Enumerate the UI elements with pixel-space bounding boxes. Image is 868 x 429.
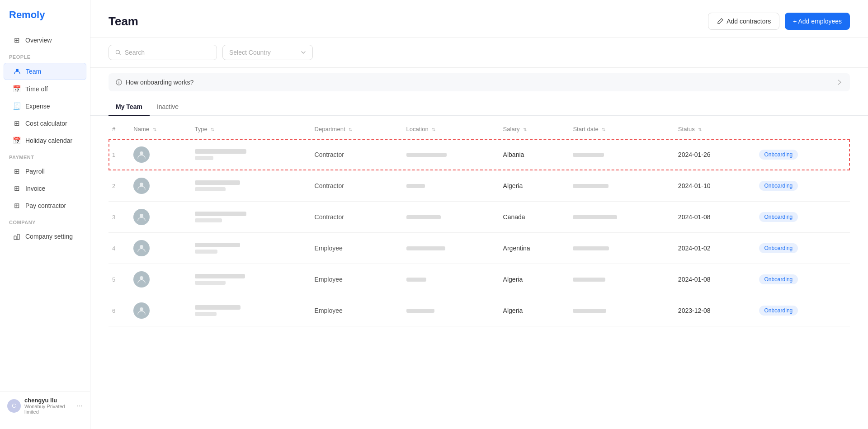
table-row[interactable]: 1 ContractorAlbania2024-01-26Onboarding <box>108 139 850 170</box>
name-line-1 <box>195 149 246 154</box>
name-line-2 <box>195 250 217 254</box>
add-employees-button[interactable]: + Add employees <box>785 13 850 30</box>
dept-cell <box>403 233 500 264</box>
table-row[interactable]: 5 EmployeeAlgeria2024-01-08Onboarding <box>108 264 850 295</box>
info-icon <box>116 79 122 85</box>
invoice-icon: ⊞ <box>13 184 21 193</box>
status-badge: Onboarding <box>759 306 798 316</box>
add-contractors-button[interactable]: Add contractors <box>708 13 779 30</box>
col-department[interactable]: Department ⇅ <box>311 119 403 139</box>
salary-cell <box>569 233 674 264</box>
sidebar-item-company-setting[interactable]: Company setting <box>4 228 86 245</box>
sidebar-item-expense[interactable]: 🧾 Expense <box>4 98 86 114</box>
company-icon <box>13 232 21 240</box>
type-cell: Contractor <box>311 202 403 233</box>
sidebar-pay-contractor-label: Pay contractor <box>25 202 66 209</box>
sidebar-expense-label: Expense <box>25 103 50 110</box>
name-cell <box>191 170 311 202</box>
sidebar-team-label: Team <box>26 68 41 75</box>
row-num: 5 <box>108 264 130 295</box>
status-cell: Onboarding <box>755 295 850 326</box>
dept-blur <box>406 309 434 313</box>
name-cell <box>191 264 311 295</box>
country-select[interactable]: Select Country <box>222 45 313 60</box>
onboarding-banner[interactable]: How onboarding works? <box>108 73 850 91</box>
search-icon <box>115 49 121 56</box>
salary-blur <box>573 215 617 219</box>
name-line-1 <box>195 305 241 310</box>
sidebar-holiday-label: Holiday calendar <box>25 137 72 144</box>
user-company: Wonabuy Privated limited <box>24 404 73 415</box>
sidebar-item-payroll[interactable]: ⊞ Payroll <box>4 163 86 179</box>
col-status[interactable]: Status ⇅ <box>675 119 755 139</box>
salary-cell <box>569 170 674 202</box>
row-num: 2 <box>108 170 130 202</box>
name-line-1 <box>195 212 246 216</box>
sidebar-item-pay-contractor[interactable]: ⊞ Pay contractor <box>4 198 86 214</box>
dept-cell <box>403 202 500 233</box>
chevron-right-icon <box>836 79 843 85</box>
sidebar-item-holiday-calendar[interactable]: 📅 Holiday calendar <box>4 132 86 149</box>
search-input-wrap[interactable] <box>108 45 217 60</box>
svg-point-10 <box>140 276 143 280</box>
type-cell: Employee <box>311 264 403 295</box>
status-badge: Onboarding <box>759 243 798 253</box>
avatar-cell <box>130 264 191 295</box>
sidebar-item-cost-calculator[interactable]: ⊞ Cost calculator <box>4 115 86 132</box>
name-sort-icon: ⇅ <box>153 127 156 132</box>
type-cell: Contractor <box>311 170 403 202</box>
salary-blur <box>573 278 605 282</box>
salary-sort-icon: ⇅ <box>523 127 527 132</box>
sidebar-user: C chengyu liu Wonabuy Privated limited ·… <box>0 391 90 420</box>
avatar <box>133 302 150 319</box>
location-cell: Canada <box>500 202 570 233</box>
salary-cell <box>569 139 674 170</box>
sidebar-item-timeoff[interactable]: 📅 Time off <box>4 81 86 97</box>
table-row[interactable]: 3 ContractorCanada2024-01-08Onboarding <box>108 202 850 233</box>
salary-blur <box>573 184 609 188</box>
location-cell: Albania <box>500 139 570 170</box>
status-badge: Onboarding <box>759 150 798 160</box>
sidebar-item-overview[interactable]: ⊞ Overview <box>4 32 86 48</box>
salary-blur <box>573 153 604 157</box>
timeoff-icon: 📅 <box>13 85 21 93</box>
svg-point-11 <box>140 307 143 311</box>
page-header: Team Add contractors + Add employees <box>90 0 868 38</box>
tab-inactive[interactable]: Inactive <box>150 99 186 116</box>
salary-blur <box>573 246 609 250</box>
status-badge: Onboarding <box>759 181 798 191</box>
start-date-cell: 2024-01-08 <box>675 202 755 233</box>
search-input[interactable] <box>125 49 210 56</box>
col-type[interactable]: Type ⇅ <box>191 119 311 139</box>
dept-cell <box>403 139 500 170</box>
table-row[interactable]: 4 EmployeeArgentina2024-01-02Onboarding <box>108 233 850 264</box>
sidebar-item-invoice[interactable]: ⊞ Invoice <box>4 180 86 197</box>
more-options-button[interactable]: ··· <box>77 402 83 410</box>
row-num: 6 <box>108 295 130 326</box>
dept-cell <box>403 264 500 295</box>
col-salary[interactable]: Salary ⇅ <box>500 119 570 139</box>
team-table: # Name ⇅ Type ⇅ Department ⇅ Location ⇅ … <box>108 119 850 326</box>
filters-bar: Select Country <box>90 38 868 68</box>
type-cell: Contractor <box>311 139 403 170</box>
team-icon <box>13 67 21 75</box>
location-cell: Algeria <box>500 170 570 202</box>
name-cell <box>191 139 311 170</box>
col-name[interactable]: Name ⇅ <box>130 119 191 139</box>
avatar-cell <box>130 295 191 326</box>
status-sort-icon: ⇅ <box>698 127 702 132</box>
svg-point-0 <box>16 69 19 71</box>
col-location[interactable]: Location ⇅ <box>403 119 500 139</box>
tab-my-team[interactable]: My Team <box>108 99 150 116</box>
name-line-2 <box>195 312 217 316</box>
table-row[interactable]: 6 EmployeeAlgeria2023-12-08Onboarding <box>108 295 850 326</box>
sidebar-calc-label: Cost calculator <box>25 120 67 127</box>
name-cell <box>191 233 311 264</box>
app-logo: Remoly <box>0 9 90 32</box>
salary-cell <box>569 202 674 233</box>
table-row[interactable]: 2 ContractorAlgeria2024-01-10Onboarding <box>108 170 850 202</box>
overview-icon: ⊞ <box>13 36 21 44</box>
avatar-cell <box>130 139 191 170</box>
col-start-date[interactable]: Start date ⇅ <box>569 119 674 139</box>
sidebar-item-team[interactable]: Team <box>4 63 86 80</box>
